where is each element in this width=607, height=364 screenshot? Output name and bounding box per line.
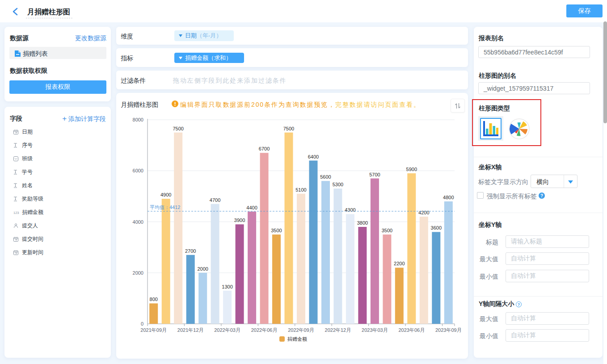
svg-text:4900: 4900 — [160, 192, 171, 197]
svg-text:2000: 2000 — [197, 266, 208, 272]
svg-text:4000: 4000 — [133, 219, 143, 225]
svg-text:3600: 3600 — [431, 225, 442, 230]
svg-text:3800: 3800 — [357, 220, 368, 226]
svg-text:2700: 2700 — [185, 248, 196, 254]
svg-text:6000: 6000 — [133, 168, 143, 173]
svg-text:2021年09月: 2021年09月 — [140, 327, 167, 333]
svg-text:7500: 7500 — [173, 126, 183, 131]
svg-text:0: 0 — [141, 321, 143, 326]
svg-text:5700: 5700 — [369, 172, 380, 177]
svg-text:5900: 5900 — [406, 167, 417, 172]
svg-text:平均值：4412: 平均值：4412 — [150, 205, 180, 210]
svg-text:2021年12月: 2021年12月 — [177, 327, 204, 333]
svg-text:800: 800 — [150, 297, 158, 302]
svg-text:7500: 7500 — [283, 126, 294, 131]
svg-text:2200: 2200 — [394, 261, 405, 266]
svg-text:4400: 4400 — [246, 205, 257, 210]
svg-text:2023年06月: 2023年06月 — [398, 327, 425, 333]
svg-text:2000: 2000 — [133, 270, 143, 276]
svg-text:2022年03月: 2022年03月 — [214, 327, 240, 333]
svg-text:4700: 4700 — [210, 197, 220, 203]
svg-text:3500: 3500 — [271, 228, 282, 233]
svg-text:5300: 5300 — [333, 182, 343, 187]
svg-text:2022年06月: 2022年06月 — [251, 327, 278, 333]
svg-text:3500: 3500 — [382, 228, 392, 233]
svg-text:5100: 5100 — [295, 187, 306, 192]
svg-text:2022年09月: 2022年09月 — [288, 327, 314, 333]
svg-text:6400: 6400 — [308, 154, 319, 159]
svg-text:123: 123 — [13, 210, 19, 214]
svg-text:2023年03月: 2023年03月 — [362, 327, 388, 333]
svg-text:2023年09月: 2023年09月 — [435, 327, 462, 333]
svg-text:2022年12月: 2022年12月 — [325, 327, 351, 333]
svg-text:8000: 8000 — [133, 117, 143, 122]
svg-text:6700: 6700 — [259, 146, 270, 151]
svg-text:4800: 4800 — [443, 195, 454, 200]
svg-text:5600: 5600 — [320, 174, 331, 180]
svg-text:4200: 4200 — [418, 210, 429, 215]
svg-text:3900: 3900 — [234, 218, 245, 223]
svg-text:捐赠金额: 捐赠金额 — [287, 336, 307, 342]
svg-text:4300: 4300 — [345, 207, 355, 213]
svg-text:1300: 1300 — [222, 284, 232, 289]
